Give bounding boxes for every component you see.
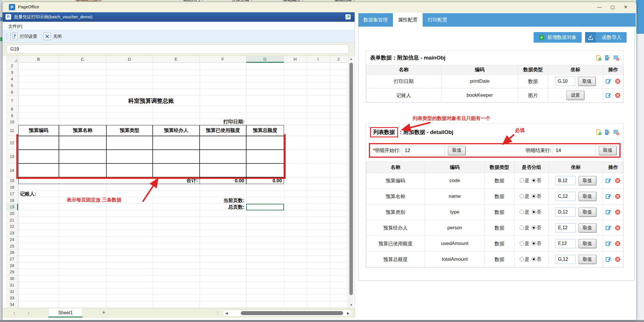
- scroll-down-arrow[interactable]: ▼: [349, 303, 354, 307]
- cell-table-header-5[interactable]: 预算已使用额度: [200, 125, 246, 136]
- cell-table-header-4[interactable]: 预算经办人: [153, 125, 200, 136]
- fetch-button[interactable]: 取值: [579, 223, 596, 232]
- column-header-E[interactable]: E: [153, 56, 200, 63]
- delete-table-icon[interactable]: [613, 55, 619, 61]
- row-header-8[interactable]: 8: [6, 106, 18, 112]
- maximize-button[interactable]: ▢: [606, 2, 619, 12]
- panel-tab-打印配置[interactable]: 打印配置: [423, 13, 452, 27]
- group-yes-radio[interactable]: [520, 178, 524, 183]
- close-document-button[interactable]: 关闭: [43, 33, 62, 40]
- scroll-left-arrow[interactable]: ◀: [225, 311, 228, 315]
- delete-row-icon[interactable]: [615, 78, 621, 84]
- grid-cell-D14[interactable]: [106, 163, 153, 177]
- scroll-right-arrow[interactable]: ▶: [347, 311, 349, 315]
- menu-file[interactable]: 文件(F): [7, 23, 24, 30]
- grid-cell-B13[interactable]: [18, 150, 59, 163]
- coord-input[interactable]: [556, 223, 576, 232]
- row-header-22[interactable]: 22: [6, 223, 18, 230]
- group-no-radio[interactable]: [532, 241, 536, 246]
- cell-total-page-label[interactable]: 总页数:: [200, 204, 246, 210]
- coord-input[interactable]: [556, 239, 576, 248]
- grid-cell-G14[interactable]: [246, 163, 284, 177]
- edit-row-icon[interactable]: [605, 92, 612, 98]
- row-header-4[interactable]: 4: [6, 76, 18, 82]
- print-settings-button[interactable]: 打印设置: [10, 33, 37, 40]
- grid-cell-D13[interactable]: [106, 150, 153, 163]
- add-document-icon[interactable]: [595, 129, 602, 135]
- row-header-32[interactable]: 32: [6, 289, 18, 295]
- delete-row-icon[interactable]: [615, 256, 621, 262]
- row-header-27[interactable]: 27: [6, 256, 18, 262]
- row-header-16[interactable]: 16: [6, 184, 18, 191]
- scroll-up-arrow[interactable]: ▲: [349, 57, 354, 60]
- cell-total-amount[interactable]: 0.00: [246, 177, 284, 184]
- detail-start-input[interactable]: [402, 146, 445, 155]
- horizontal-scrollbar[interactable]: ◀ ▶: [223, 310, 352, 317]
- row-header-28[interactable]: 28: [6, 262, 18, 269]
- cell-table-header-2[interactable]: 预算名称: [59, 125, 106, 136]
- row-header-30[interactable]: 30: [6, 275, 18, 282]
- select-all-corner[interactable]: [6, 56, 18, 63]
- row-header-10[interactable]: 10: [6, 119, 18, 125]
- grid-cell-F14[interactable]: [200, 163, 246, 177]
- coord-input[interactable]: [555, 77, 575, 86]
- selected-cell-G19[interactable]: [246, 204, 284, 210]
- fetch-button[interactable]: 取值: [579, 208, 596, 217]
- cell-total-used[interactable]: 0.00: [200, 177, 246, 184]
- panel-tab-数据集管理[interactable]: 数据集管理: [358, 13, 393, 27]
- column-header-I[interactable]: I: [307, 56, 330, 63]
- detail-end-input[interactable]: [553, 146, 596, 155]
- grid-cell-E12[interactable]: [153, 136, 200, 150]
- group-no-radio[interactable]: [532, 257, 536, 261]
- close-button[interactable]: ✕: [619, 2, 632, 12]
- splitter-grip-icon[interactable]: ⋮: [216, 310, 220, 315]
- row-header-14[interactable]: 14: [6, 163, 18, 177]
- edit-row-icon[interactable]: [605, 209, 612, 215]
- add-sheet-button[interactable]: +: [102, 309, 106, 316]
- fetch-button[interactable]: 取值: [579, 239, 596, 248]
- grid-cell-E13[interactable]: [153, 150, 200, 163]
- row-header-5[interactable]: 5: [6, 82, 18, 89]
- row-header-2[interactable]: 2: [6, 63, 18, 69]
- setup-button[interactable]: 设置: [567, 91, 584, 100]
- add-data-object-button[interactable]: + 新增数据对象: [534, 32, 582, 43]
- edit-row-icon[interactable]: [605, 256, 612, 262]
- grid-cell-G13[interactable]: [246, 150, 284, 163]
- row-header-29[interactable]: 29: [6, 269, 18, 275]
- coord-input[interactable]: [556, 176, 576, 185]
- row-header-20[interactable]: 20: [6, 210, 18, 217]
- group-no-radio[interactable]: [532, 210, 536, 214]
- row-header-11[interactable]: 11: [6, 125, 18, 136]
- horizontal-scroll-thumb[interactable]: [241, 311, 343, 315]
- row-header-3[interactable]: 3: [6, 69, 18, 76]
- vertical-scrollbar[interactable]: ▲ ▼: [348, 56, 353, 308]
- grid-cell-C13[interactable]: [59, 150, 106, 163]
- cell-bookkeeper-label[interactable]: 记账人:: [18, 191, 59, 197]
- grid-cell-F12[interactable]: [200, 136, 246, 150]
- group-yes-radio[interactable]: [520, 226, 524, 230]
- column-header-F[interactable]: F: [200, 56, 246, 63]
- row-header-9[interactable]: 9: [6, 112, 18, 119]
- cell-current-page-label[interactable]: 当前页数:: [200, 197, 246, 204]
- column-header-G[interactable]: G: [246, 56, 284, 63]
- grid-cell-C12[interactable]: [59, 136, 106, 150]
- delete-row-icon[interactable]: [615, 193, 621, 199]
- column-header-J[interactable]: J: [330, 56, 347, 63]
- detail-start-fetch-button[interactable]: 取值: [448, 146, 466, 155]
- fetch-button[interactable]: 取值: [579, 255, 596, 264]
- cell-table-header-6[interactable]: 预算总额度: [246, 125, 284, 136]
- cell-table-header-3[interactable]: 预算类型: [106, 125, 153, 136]
- row-header-31[interactable]: 31: [6, 282, 18, 289]
- row-header-17[interactable]: 17: [6, 191, 18, 197]
- grid-cell-G12[interactable]: [246, 136, 284, 150]
- cell-table-header-1[interactable]: 预算编码: [18, 125, 59, 136]
- delete-row-icon[interactable]: [615, 92, 621, 98]
- cell-name-box[interactable]: [7, 45, 349, 54]
- row-header-26[interactable]: 26: [6, 249, 18, 256]
- row-header-25[interactable]: 25: [6, 243, 18, 250]
- row-header-33[interactable]: 33: [6, 295, 18, 301]
- edit-row-icon[interactable]: [605, 177, 612, 184]
- cell-total-label[interactable]: 合计:: [18, 177, 200, 184]
- row-header-24[interactable]: 24: [6, 236, 18, 243]
- delete-row-icon[interactable]: [615, 225, 621, 231]
